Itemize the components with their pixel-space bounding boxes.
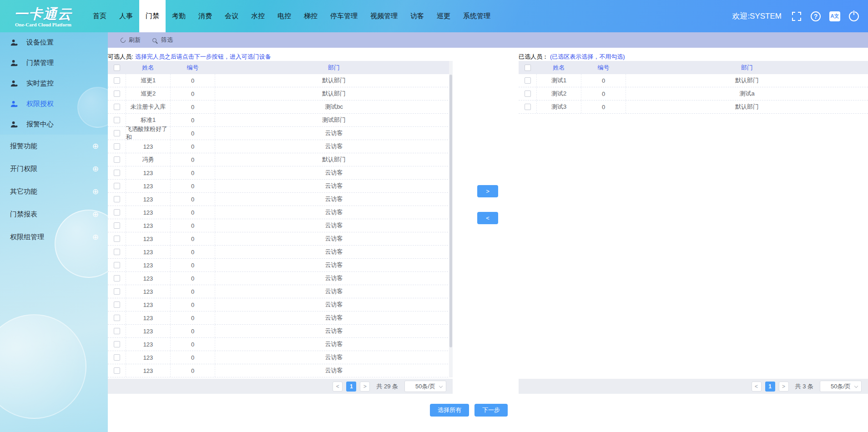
- row-checkbox[interactable]: [525, 77, 531, 84]
- filter-button[interactable]: 筛选: [152, 36, 173, 44]
- row-checkbox[interactable]: [114, 275, 120, 281]
- page-size-select[interactable]: 50条/页: [404, 381, 446, 392]
- table-row[interactable]: 未注册卡入库 0 测试bc: [108, 100, 453, 114]
- table-row[interactable]: 123 0 云访客: [108, 364, 453, 377]
- table-row[interactable]: 123 0 云访客: [108, 166, 453, 180]
- power-icon[interactable]: [848, 10, 860, 22]
- row-checkbox[interactable]: [114, 222, 120, 229]
- row-checkbox[interactable]: [114, 367, 120, 374]
- table-row[interactable]: 123 0 云访客: [108, 193, 453, 206]
- table-row[interactable]: 123 0 云访客: [108, 206, 453, 219]
- table-row[interactable]: 123 0 云访客: [108, 338, 453, 351]
- row-checkbox[interactable]: [114, 104, 120, 110]
- table-row[interactable]: 123 0 云访客: [108, 285, 453, 298]
- refresh-button[interactable]: 刷新: [121, 36, 141, 44]
- nav-item[interactable]: 系统管理: [457, 0, 497, 32]
- nav-item[interactable]: 人事: [113, 0, 139, 32]
- nav-item[interactable]: 会议: [218, 0, 245, 32]
- table-row[interactable]: 测试1 0 默认部门: [519, 74, 868, 87]
- row-checkbox[interactable]: [114, 328, 120, 334]
- next-page-button[interactable]: >: [779, 382, 789, 392]
- row-checkbox[interactable]: [114, 301, 120, 308]
- table-row[interactable]: 冯勇 0 默认部门: [108, 153, 453, 166]
- nav-item[interactable]: 水控: [245, 0, 271, 32]
- table-row[interactable]: 123 0 云访客: [108, 180, 453, 193]
- row-checkbox[interactable]: [114, 77, 120, 84]
- row-checkbox[interactable]: [114, 170, 120, 176]
- nav-item[interactable]: 考勤: [166, 0, 192, 32]
- table-row[interactable]: 123 0 云访客: [108, 232, 453, 246]
- nav-item[interactable]: 停车管理: [324, 0, 364, 32]
- select-all-button[interactable]: 选择所有: [430, 404, 469, 417]
- table-row[interactable]: 123 0 云访客: [108, 259, 453, 272]
- table-row[interactable]: 123 0 云访客: [108, 311, 453, 325]
- sidebar-menu-item[interactable]: 实时监控: [0, 73, 108, 94]
- help-icon[interactable]: ?: [810, 10, 822, 22]
- current-page[interactable]: 1: [346, 382, 356, 392]
- select-all-checkbox[interactable]: [114, 65, 120, 71]
- sidebar-group-item[interactable]: 门禁报表 ⊕: [0, 203, 108, 226]
- next-step-button[interactable]: 下一步: [474, 404, 508, 417]
- language-icon[interactable]: A文: [829, 10, 841, 22]
- scrollbar-thumb[interactable]: [449, 75, 452, 347]
- page-size-select[interactable]: 50条/页: [820, 381, 862, 392]
- row-checkbox[interactable]: [525, 90, 531, 97]
- row-checkbox[interactable]: [114, 209, 120, 216]
- table-row[interactable]: 123 0 云访客: [108, 325, 453, 338]
- expand-plus-icon[interactable]: ⊕: [92, 211, 99, 218]
- table-row[interactable]: 巡更1 0 默认部门: [108, 74, 453, 87]
- row-checkbox[interactable]: [114, 354, 120, 361]
- nav-item[interactable]: 电控: [271, 0, 298, 32]
- sidebar-group-item[interactable]: 其它功能 ⊕: [0, 180, 108, 203]
- current-page[interactable]: 1: [765, 382, 775, 392]
- row-checkbox[interactable]: [114, 288, 120, 295]
- sidebar-menu-item[interactable]: 报警中心: [0, 114, 108, 135]
- nav-item[interactable]: 梯控: [298, 0, 324, 32]
- row-checkbox[interactable]: [114, 262, 120, 268]
- row-checkbox[interactable]: [114, 143, 120, 150]
- nav-item[interactable]: 消费: [192, 0, 218, 32]
- prev-page-button[interactable]: <: [752, 382, 762, 392]
- select-all-checkbox[interactable]: [525, 65, 531, 71]
- prev-page-button[interactable]: <: [333, 382, 343, 392]
- table-row[interactable]: 123 0 云访客: [108, 219, 453, 232]
- row-checkbox[interactable]: [114, 236, 120, 242]
- row-checkbox[interactable]: [114, 156, 120, 163]
- move-right-button[interactable]: >: [477, 185, 498, 197]
- sidebar-group-item[interactable]: 开门权限 ⊕: [0, 157, 108, 180]
- expand-plus-icon[interactable]: ⊕: [92, 233, 99, 241]
- next-page-button[interactable]: >: [360, 382, 370, 392]
- nav-item[interactable]: 视频管理: [364, 0, 404, 32]
- table-row[interactable]: 123 0 云访客: [108, 298, 453, 311]
- nav-item[interactable]: 巡更: [430, 0, 457, 32]
- row-checkbox[interactable]: [114, 315, 120, 321]
- row-checkbox[interactable]: [114, 90, 120, 97]
- table-row[interactable]: 飞洒酸辣粉好了和 0 云访客: [108, 127, 453, 140]
- table-row[interactable]: 123 0 云访客: [108, 272, 453, 285]
- table-row[interactable]: 123 0 云访客: [108, 351, 453, 364]
- table-scrollbar[interactable]: [449, 61, 453, 377]
- row-checkbox[interactable]: [525, 104, 531, 110]
- nav-item[interactable]: 首页: [86, 0, 113, 32]
- row-checkbox[interactable]: [114, 117, 120, 123]
- sidebar-menu-item[interactable]: 设备位置: [0, 32, 108, 53]
- table-row[interactable]: 测试2 0 测试a: [519, 87, 868, 100]
- nav-item[interactable]: 门禁: [139, 0, 166, 32]
- row-checkbox[interactable]: [114, 130, 120, 136]
- table-row[interactable]: 123 0 云访客: [108, 246, 453, 259]
- nav-item[interactable]: 访客: [404, 0, 430, 32]
- row-checkbox[interactable]: [114, 183, 120, 189]
- sidebar-group-item[interactable]: 权限组管理 ⊕: [0, 226, 108, 248]
- row-checkbox[interactable]: [114, 196, 120, 202]
- row-checkbox[interactable]: [114, 249, 120, 255]
- expand-plus-icon[interactable]: ⊕: [92, 188, 99, 196]
- row-checkbox[interactable]: [114, 341, 120, 347]
- fullscreen-icon[interactable]: [791, 10, 802, 22]
- sidebar-menu-item[interactable]: 权限授权: [0, 94, 108, 114]
- table-row[interactable]: 测试3 0 默认部门: [519, 100, 868, 114]
- move-left-button[interactable]: <: [477, 212, 498, 224]
- expand-plus-icon[interactable]: ⊕: [92, 165, 99, 173]
- expand-plus-icon[interactable]: ⊕: [92, 142, 99, 150]
- sidebar-menu-item[interactable]: 门禁管理: [0, 53, 108, 73]
- table-row[interactable]: 123 0 云访客: [108, 140, 453, 153]
